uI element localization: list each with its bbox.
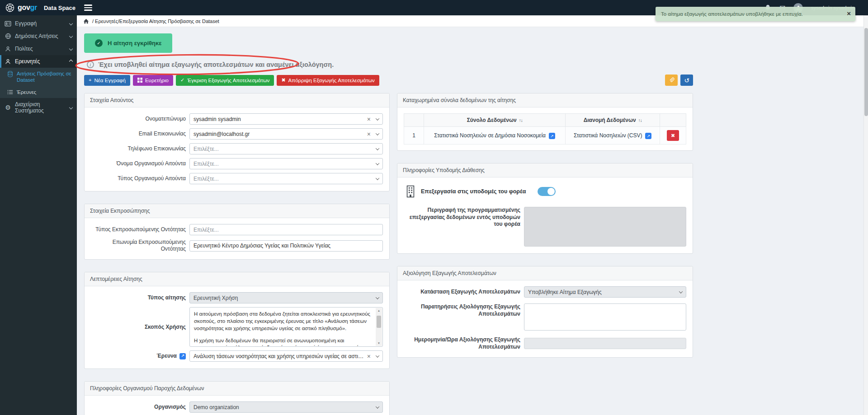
left-column: Στοιχεία Αιτούντος Ονοματεπώνυμο sysadmi… [84,93,390,415]
index-button[interactable]: Ευρετήριο [133,75,173,86]
field-label: Τύπος Εκπροσωπούμενης Οντότητας [91,226,186,233]
processing-toggle-label: Επεξεργασία στις υποδομές του φορέα [421,188,526,195]
check-icon: ✓ [180,78,184,83]
info-icon: i [87,61,94,68]
panel-title: Αξιολόγηση Εξαγωγής Αποτελεσμάτων [397,266,693,280]
main-content: / Ερευνητές/Επεξεργασία Αίτησης Πρόσβαση… [77,15,868,415]
email-select[interactable]: sysadmin@localhost.gr × [189,128,383,140]
field-label: Κατάσταση Εξαγωγής Αποτελεσμάτων [404,289,520,296]
sort-icon[interactable]: ↑↓ [519,118,523,123]
breadcrumb-path[interactable]: / Ερευνητές/Επεξεργασία Αίτησης Πρόσβαση… [92,19,219,24]
sidebar-item-label: Αιτήσεις Πρόσβασης σε Dataset [17,70,73,84]
table-row: 1 Στατιστικά Νοσηλειών σε Δημόσια Νοσοκο… [404,127,686,145]
panel-registered-datasets: Καταχωρημένα σύνολα δεδομένων της αίτηση… [397,93,693,151]
toolbar-right-group: ↺ [665,75,693,86]
evaluation-notes-textarea[interactable] [524,303,686,331]
attachments-button[interactable] [665,75,678,86]
field-label: Email Επικοινωνίας [91,131,186,137]
cross-icon: ✖ [281,78,285,83]
organization-select[interactable]: Demo organization [189,401,383,413]
brand[interactable]: govgr Data Space [0,3,77,12]
chevron-down-icon [679,289,683,293]
right-column: Καταχωρημένα σύνολα δεδομένων της αίτηση… [397,93,693,370]
export-pending-text: Έχει υποβληθεί αίτημα εξαγωγής αποτελεσμ… [98,61,334,68]
external-link-icon[interactable]: ↗ [645,133,651,139]
chevron-down-icon [376,161,379,165]
evaluation-datetime-input[interactable] [524,338,686,349]
sidebar-item-researchers[interactable]: Ερευνητές [0,55,77,68]
researchers-submenu: Αιτήσεις Πρόσβασης σε Dataset Έρευνες [0,68,77,98]
toolbar: + Νέα Εγγραφή Ευρετήριο ✓ Έγκριση Εξαγωγ… [84,75,693,86]
home-icon[interactable] [83,19,89,24]
panel-applicant: Στοιχεία Αιτούντος Ονοματεπώνυμο sysadmi… [84,93,390,191]
reject-export-button[interactable]: ✖ Απόρριψη Εξαγωγής Αποτελεσμάτων [277,75,379,86]
sidebar-item-researches[interactable]: Έρευνες [0,86,77,98]
external-link-icon[interactable]: ↗ [179,353,186,359]
entity-name-input[interactable] [189,240,383,252]
sidebar-item-citizens[interactable]: Πολίτες [0,42,77,55]
sidebar-item-public-requests[interactable]: Δημόσιες Αιτήσεις [0,30,77,42]
list-icon [7,89,14,95]
dataset-cell: Στατιστικά Νοσηλειών σε Δημόσια Νοσοκομε… [424,127,566,145]
scroll-down-icon[interactable]: ▼ [377,341,380,345]
delete-button[interactable]: ✖ [667,130,679,141]
processing-toggle[interactable] [538,187,556,196]
new-record-button[interactable]: + Νέα Εγγραφή [84,75,130,86]
brand-logo: govgr [18,4,37,12]
approve-export-button[interactable]: ✓ Έγκριση Εξαγωγής Αποτελεσμάτων [176,75,274,86]
history-button[interactable]: ↺ [680,75,693,86]
field-label: Όνομα Οργανισμού Αιτούντα [91,160,186,167]
chevron-down-icon [376,354,379,357]
sidebar-item-label: Δημόσιες Αιτήσεις [15,33,58,39]
sidebar-item-registration[interactable]: Εγγραφή [0,17,77,30]
chevron-up-icon [69,60,73,63]
panel-title: Πληροφορίες Οργανισμού Παροχής Δεδομένων [85,382,389,396]
database-icon [7,71,14,77]
textarea-scrollbar[interactable]: ▲ ▼ [376,308,382,346]
field-label: Παρατηρήσεις Αξιολόγησης Εξαγωγής Αποτελ… [404,303,520,317]
export-status-select[interactable]: Υποβλήθηκε Αίτημα Εξαγωγής [524,286,686,298]
research-select[interactable]: Ανάλυση τάσεων νοσηρότητας και χρήσης υπ… [189,350,383,362]
distribution-cell: Στατιστικά Νοσηλειών (CSV)↗ [566,127,660,145]
scrollbar-thumb[interactable] [864,28,868,116]
sidebar-item-dataset-access-requests[interactable]: Αιτήσεις Πρόσβασης σε Dataset [0,68,77,86]
clear-icon[interactable]: × [367,116,371,122]
sidebar: Εγγραφή Δημόσιες Αιτήσεις Πολίτες Ερευνη… [0,15,77,415]
header-dataset[interactable]: Σύνολο Δεδομένων↑↓ [424,114,566,127]
table-header-row: Σύνολο Δεδομένων↑↓ Διανομή Δεδομένων↑↓ [404,114,686,127]
placeholder-value: Επιλέξτε... [193,176,374,182]
chevron-down-icon [69,34,73,38]
scroll-up-icon[interactable]: ▲ [377,309,380,312]
clear-icon[interactable]: × [367,353,371,359]
sidebar-item-label: Ερευνητές [15,58,40,65]
sidebar-item-label: Εγγραφή [15,20,37,27]
close-icon[interactable]: × [847,9,851,17]
phone-select[interactable]: Επιλέξτε... [189,143,383,154]
applicant-org-type-select[interactable]: Επιλέξτε... [189,173,383,184]
fullname-select[interactable]: sysadmin sysadmin × [189,113,383,125]
external-link-icon[interactable]: ↗ [549,133,555,139]
sidebar-item-system-administration[interactable]: ⚙ Διαχείριση Συστήματος [0,98,77,117]
applicant-org-name-select[interactable]: Επιλέξτε... [189,158,383,169]
datasets-table: Σύνολο Δεδομένων↑↓ Διανομή Δεδομένων↑↓ [404,113,686,145]
request-type-select[interactable]: Ερευνητική Χρήση [189,292,383,303]
page-scrollbar[interactable] [863,15,868,415]
entity-type-input[interactable] [189,224,383,235]
field-label: Έρευνα ↗ [91,353,186,359]
sort-icon[interactable]: ↑↓ [638,118,642,123]
purpose-textarea[interactable]: Η αιτούμενη πρόσβαση στα δεδομένα ζητείτ… [189,307,383,347]
sidebar-item-label: Διαχείριση Συστήματος [15,101,66,114]
panel-title: Στοιχεία Αιτούντος [85,93,389,107]
header-actions [660,114,686,127]
hamburger-menu-icon[interactable] [84,5,92,11]
processing-description-textarea[interactable] [524,207,686,247]
chevron-down-icon [69,47,73,51]
header-empty [404,114,424,127]
actions-cell: ✖ [660,127,686,145]
field-label: Ημερομηνία/Ώρα Αξιολόγησης Εξαγωγής Αποτ… [404,336,520,350]
clear-icon[interactable]: × [367,131,371,137]
field-label: Ονοματεπώνυμο [91,116,186,122]
scrollbar-thumb[interactable] [377,316,381,328]
header-distribution[interactable]: Διανομή Δεδομένων↑↓ [566,114,660,127]
field-label: Σκοπός Χρήσης [91,324,186,331]
